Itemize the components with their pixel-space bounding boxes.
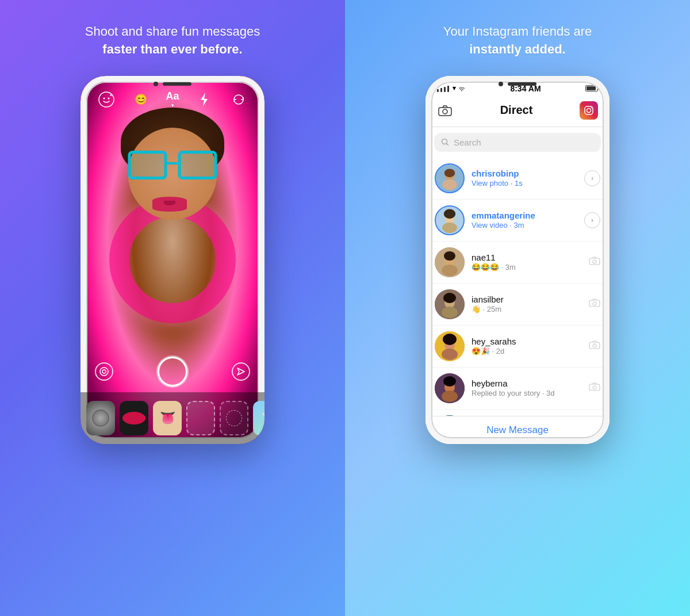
preview-6: Replied to your story · 3d — [471, 389, 582, 397]
camera-icon-6[interactable] — [589, 382, 600, 393]
filter-5[interactable] — [220, 401, 248, 435]
filter-4[interactable] — [186, 401, 215, 435]
right-phone-frame: ▾ 8:34 AM — [425, 76, 610, 444]
avatar-wrap-6 — [435, 373, 465, 403]
username-4: iansilber — [471, 294, 582, 304]
face-icon[interactable]: ✦ — [97, 90, 116, 109]
message-item[interactable]: emmatangerine View video · 3m › — [425, 200, 610, 242]
flip-camera-icon[interactable] — [229, 90, 248, 109]
avatar-wrap-2 — [435, 205, 465, 235]
sticker-icon[interactable]: 😊 — [132, 90, 150, 109]
signal-area: ▾ — [437, 85, 466, 92]
svg-point-38 — [593, 344, 596, 347]
wifi-signal-icon — [458, 86, 466, 92]
battery-icon — [585, 85, 598, 91]
right-title-line2: instantly added. — [469, 42, 565, 56]
search-bar[interactable]: Search — [434, 133, 601, 152]
svg-point-36 — [443, 334, 457, 345]
message-item[interactable]: iansilber 👋 · 25m — [425, 284, 610, 326]
status-bar: ▾ 8:34 AM — [425, 76, 610, 97]
svg-point-42 — [443, 376, 456, 387]
message-item[interactable]: nae11 😂😂😂 · 3m — [425, 242, 610, 284]
action-2[interactable]: › — [584, 212, 600, 228]
svg-text:✦: ✦ — [109, 93, 113, 97]
preview-3: 😂😂😂 · 3m — [471, 263, 582, 271]
lips-container — [152, 197, 193, 214]
svg-marker-4 — [201, 93, 208, 106]
camera-screen: ✦ 😊 Aa ▾ — [80, 76, 264, 444]
speaker-right — [508, 82, 536, 86]
glasses — [128, 151, 217, 181]
action-5[interactable] — [589, 340, 600, 352]
lip-lower — [152, 205, 187, 212]
svg-point-29 — [442, 307, 458, 318]
username-2: emmatangerine — [471, 211, 577, 220]
message-content-5: hey_sarahs 😍🎉 · 2d — [471, 336, 582, 355]
camera-toolbar-top: ✦ 😊 Aa ▾ — [80, 90, 264, 109]
svg-point-11 — [591, 107, 592, 108]
avatar-wrap-1 — [435, 163, 465, 193]
message-item[interactable]: heyberna Replied to your story · 3d — [425, 368, 610, 410]
svg-point-20 — [444, 209, 455, 219]
avatar-heysarahs — [435, 331, 465, 361]
action-4[interactable] — [589, 298, 600, 310]
filter-3[interactable]: 👅 — [153, 401, 182, 435]
message-item[interactable]: chrisrobinp View photo · 1s › — [425, 158, 610, 200]
chevron-icon-2[interactable]: › — [584, 212, 600, 228]
shutter-button[interactable] — [158, 357, 187, 387]
left-title-line2: faster than ever before. — [102, 42, 242, 56]
phone-notch-left — [154, 82, 191, 86]
message-item[interactable]: hey_sarahs 😍🎉 · 2d — [425, 326, 610, 368]
right-title-line1: Your Instagram friends are — [443, 24, 592, 39]
filter-6[interactable]: 🍸 — [253, 401, 264, 435]
chevron-icon-1[interactable]: › — [584, 170, 600, 186]
avatar-emmatangerine — [435, 205, 465, 235]
wifi-icon: ▾ — [453, 85, 456, 92]
preview-1: View photo · 1s — [471, 179, 577, 188]
send-icon[interactable] — [232, 362, 250, 381]
lip-upper — [152, 197, 187, 205]
svg-point-6 — [102, 370, 106, 373]
left-phone-frame: ✦ 😊 Aa ▾ — [80, 76, 264, 444]
gallery-icon[interactable] — [95, 362, 113, 381]
svg-point-41 — [442, 391, 458, 402]
svg-point-15 — [442, 179, 457, 189]
svg-point-35 — [442, 349, 458, 360]
avatar-iansilber — [435, 289, 465, 319]
text-tool[interactable]: Aa ▾ — [166, 90, 179, 108]
phone-notch-right — [499, 82, 536, 86]
message-content-3: nae11 😂😂😂 · 3m — [471, 252, 582, 271]
message-list: chrisrobinp View photo · 1s › — [425, 158, 610, 416]
camera-icon-3[interactable] — [589, 256, 600, 267]
header-camera-button[interactable] — [437, 102, 453, 118]
avatar-phillsohn — [435, 415, 465, 416]
direct-header: Direct — [425, 97, 610, 127]
username-1: chrisrobinp — [471, 169, 577, 178]
filter-2[interactable] — [120, 401, 148, 435]
svg-point-30 — [443, 293, 456, 303]
message-item[interactable]: phillsohn 😊👋 · 1w — [425, 410, 610, 416]
camera-background — [80, 76, 264, 444]
action-6[interactable] — [589, 382, 600, 394]
avatar-nae11 — [435, 247, 465, 277]
action-1[interactable]: › — [584, 170, 600, 186]
flash-icon[interactable] — [195, 90, 213, 109]
glass-bridge — [167, 162, 178, 164]
message-content-2: emmatangerine View video · 3m — [471, 211, 577, 229]
search-icon — [441, 138, 449, 146]
svg-point-19 — [442, 222, 457, 232]
svg-point-45 — [435, 415, 465, 416]
left-title: Shoot and share fun messages faster than… — [85, 23, 260, 59]
svg-point-8 — [443, 109, 447, 114]
filter-1[interactable] — [86, 401, 115, 435]
speaker-left — [163, 82, 191, 86]
new-message-button[interactable]: New Message — [486, 424, 549, 436]
camera-toolbar-bottom — [80, 357, 264, 387]
camera-icon-5[interactable] — [589, 340, 600, 351]
preview-4: 👋 · 25m — [471, 305, 582, 313]
camera-icon-4[interactable] — [589, 298, 600, 309]
avatar-wrap-7 — [435, 415, 465, 416]
svg-point-5 — [100, 368, 108, 376]
instagram-icon[interactable] — [580, 101, 598, 120]
action-3[interactable] — [589, 256, 600, 268]
